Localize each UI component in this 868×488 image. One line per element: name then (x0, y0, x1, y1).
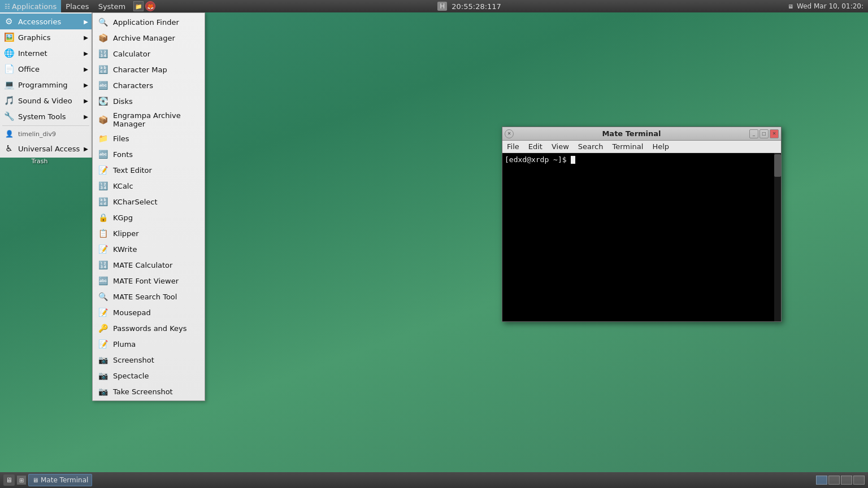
terminal-close-button[interactable]: ✕ (505, 129, 514, 138)
username-label: 👤 timelin_div9 (0, 127, 92, 141)
quick-icon-2[interactable]: 🦊 (145, 1, 155, 11)
kwrite-icon: 📝 (97, 243, 108, 255)
submenu-characters[interactable]: 🔤 Characters (93, 77, 205, 93)
submenu-calculator[interactable]: 🔢 Calculator (93, 46, 205, 62)
menu-applications[interactable]: ☷ Applications (0, 0, 61, 12)
submenu-archive-manager[interactable]: 📦 Archive Manager (93, 30, 205, 46)
submenu-mate-font-viewer[interactable]: 🔤 MATE Font Viewer (93, 273, 205, 289)
mate-font-viewer-icon: 🔤 (97, 275, 108, 286)
menu-separator (2, 125, 89, 126)
taskbar-top-left: ☷ Applications Places System 📁 🦊 (0, 0, 155, 12)
terminal-title: Mate Terminal (514, 129, 749, 138)
system-tools-icon: 🔧 (3, 111, 15, 122)
taskbar-task-mate-terminal[interactable]: 🖥 Mate Terminal (28, 474, 92, 486)
workspace-3[interactable] (841, 476, 852, 485)
graphics-icon: 🖼️ (3, 32, 15, 43)
sidebar-item-graphics[interactable]: 🖼️ Graphics ▶ (0, 29, 92, 45)
quick-icon-1[interactable]: 📁 (133, 1, 144, 11)
sidebar-item-sound-video[interactable]: 🎵 Sound & Video ▶ (0, 93, 92, 108)
passwords-keys-icon: 🔑 (97, 323, 108, 334)
terminal-menu-terminal[interactable]: Terminal (607, 141, 648, 152)
terminal-window: ✕ Mate Terminal _ □ ✕ File Edit View Sea… (502, 127, 782, 322)
submenu-passwords-keys[interactable]: 🔑 Passwords and Keys (93, 320, 205, 336)
terminal-menubar: File Edit View Search Terminal Help (502, 141, 781, 153)
terminal-menu-help[interactable]: Help (648, 141, 674, 152)
submenu-mate-calculator[interactable]: 🔢 MATE Calculator (93, 257, 205, 273)
terminal-menu-view[interactable]: View (547, 141, 574, 152)
sound-video-icon: 🎵 (3, 95, 15, 106)
characters-icon: 🔤 (97, 80, 108, 91)
terminal-menu-search[interactable]: Search (574, 141, 608, 152)
submenu-mate-search-tool[interactable]: 🔍 MATE Search Tool (93, 289, 205, 304)
internet-icon: 🌐 (3, 47, 15, 59)
sidebar-item-programming[interactable]: 💻 Programming ▶ (0, 77, 92, 93)
window-taskbar-icon[interactable]: H (437, 2, 447, 11)
submenu-mousepad[interactable]: 📝 Mousepad (93, 304, 205, 320)
submenu-kgpg[interactable]: 🔒 KGpg (93, 210, 205, 225)
engrampa-icon: 📦 (97, 114, 108, 125)
sidebar-item-universal-access[interactable]: ♿ Universal Access ▶ (0, 141, 92, 156)
app-menu-panel: ⚙️ Accessories ▶ 🖼️ Graphics ▶ 🌐 Interne… (0, 12, 92, 158)
submenu-engrampa[interactable]: 📦 Engrampa Archive Manager (93, 109, 205, 130)
accessories-submenu: 🔍 Application Finder 📦 Archive Manager 🔢… (92, 12, 205, 401)
workspace-1[interactable] (816, 476, 827, 485)
terminal-titlebar: ✕ Mate Terminal _ □ ✕ (502, 127, 781, 141)
submenu-kcalc[interactable]: 🔢 KCalc (93, 178, 205, 194)
submenu-screenshot[interactable]: 📷 Screenshot (93, 352, 205, 368)
sidebar-item-system-tools[interactable]: 🔧 System Tools ▶ (0, 108, 92, 124)
taskbar-bottom-right (813, 476, 868, 485)
disks-icon: 💽 (97, 95, 108, 107)
menu-places[interactable]: Places (61, 0, 93, 12)
menu-system[interactable]: System (94, 0, 130, 12)
workspace-4[interactable] (853, 476, 865, 485)
submenu-text-editor[interactable]: 📝 Text Editor (93, 162, 205, 178)
screenshot-icon: 📷 (97, 354, 108, 365)
kcharselect-icon: 🔡 (97, 196, 108, 207)
archive-manager-icon: 📦 (97, 32, 108, 43)
sidebar-item-internet[interactable]: 🌐 Internet ▶ (0, 45, 92, 61)
submenu-kcharselect[interactable]: 🔡 KCharSelect (93, 194, 205, 210)
pluma-icon: 📝 (97, 338, 108, 350)
application-finder-icon: 🔍 (97, 16, 108, 28)
taskbar-top: ☷ Applications Places System 📁 🦊 H 20:55… (0, 0, 868, 12)
accessories-icon: ⚙️ (3, 16, 15, 27)
terminal-minimize-button[interactable]: _ (749, 129, 758, 138)
submenu-take-screenshot[interactable]: 📷 Take Screenshot (93, 384, 205, 399)
submenu-pluma[interactable]: 📝 Pluma (93, 336, 205, 352)
submenu-disks[interactable]: 💽 Disks (93, 93, 205, 109)
sidebar-item-office[interactable]: 📄 Office ▶ (0, 61, 92, 77)
mate-search-tool-icon: 🔍 (97, 291, 108, 302)
submenu-character-map[interactable]: 🔡 Character Map (93, 62, 205, 77)
klipper-icon: 📋 (97, 228, 108, 239)
scrollbar-thumb[interactable] (774, 154, 781, 177)
terminal-scrollbar[interactable] (774, 153, 781, 321)
taskbar-center: H 20:55:28:117 (155, 2, 783, 11)
terminal-menu-file[interactable]: File (502, 141, 524, 152)
submenu-fonts[interactable]: 🔤 Fonts (93, 146, 205, 162)
submenu-application-finder[interactable]: 🔍 Application Finder (93, 14, 205, 30)
workspace-2[interactable] (828, 476, 840, 485)
terminal-prompt: [edxd@xrdp ~]$ (505, 155, 779, 164)
network-icon: 🖥 (788, 3, 793, 10)
submenu-spectacle[interactable]: 📷 Spectacle (93, 368, 205, 384)
terminal-task-icon: 🖥 (32, 477, 38, 484)
taskbar-right: 🖥 Wed Mar 10, 01:20: (783, 2, 868, 10)
office-icon: 📄 (3, 63, 15, 75)
fonts-icon: 🔤 (97, 149, 108, 160)
terminal-menu-edit[interactable]: Edit (524, 141, 547, 152)
show-desktop-button[interactable]: 🖥 (3, 474, 15, 486)
taskbar-bottom: 🖥 ⊞ 🖥 Mate Terminal (0, 472, 868, 488)
terminal-restore-button[interactable]: □ (760, 129, 769, 138)
submenu-klipper[interactable]: 📋 Klipper (93, 225, 205, 241)
take-screenshot-icon: 📷 (97, 386, 108, 397)
sidebar-item-accessories[interactable]: ⚙️ Accessories ▶ (0, 14, 92, 29)
submenu-files[interactable]: 📁 Files (93, 130, 205, 146)
terminal-body[interactable]: [edxd@xrdp ~]$ (502, 153, 781, 321)
submenu-kwrite[interactable]: 📝 KWrite (93, 241, 205, 257)
bottom-icon-1[interactable]: ⊞ (17, 476, 26, 485)
terminal-close-button-right[interactable]: ✕ (770, 129, 779, 138)
terminal-window-controls: _ □ ✕ (749, 129, 779, 138)
terminal-cursor (571, 156, 575, 164)
character-map-icon: 🔡 (97, 64, 108, 75)
programming-icon: 💻 (3, 79, 15, 90)
